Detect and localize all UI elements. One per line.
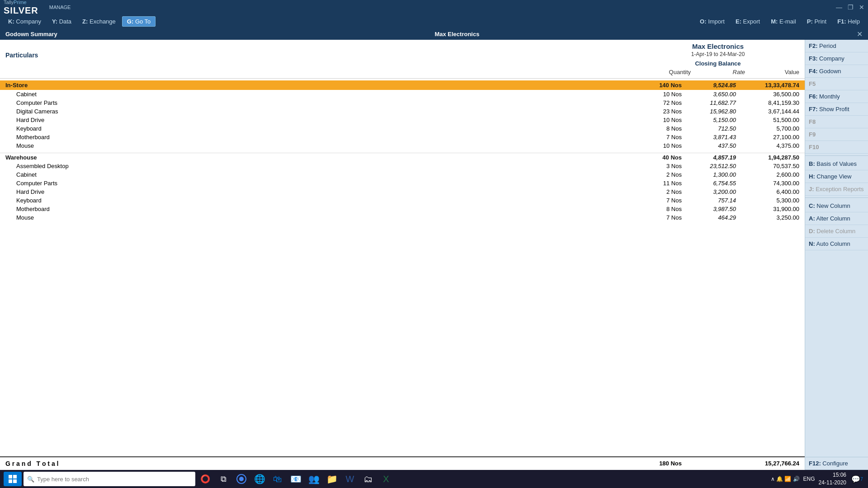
menu-goto[interactable]: G: Go To bbox=[122, 16, 156, 27]
taskbar-edge[interactable]: 🌐 bbox=[251, 472, 268, 486]
svg-rect-1 bbox=[13, 475, 17, 479]
chrome-icon bbox=[236, 474, 246, 484]
taskbar-chrome[interactable] bbox=[233, 472, 250, 486]
search-input[interactable] bbox=[37, 476, 192, 483]
item-name: Keyboard bbox=[5, 197, 627, 204]
btn-f2-period[interactable]: F2: Period bbox=[805, 40, 868, 52]
btn-c-newcolumn[interactable]: C: New Column bbox=[805, 200, 868, 212]
col-headers: Quantity Rate Value bbox=[637, 69, 799, 75]
item-rate: 23,512.50 bbox=[682, 163, 736, 169]
item-row[interactable]: Motherboard 8 Nos 3,987.50 31,900.00 bbox=[0, 205, 805, 213]
taskbar-explorer[interactable]: 📁 bbox=[324, 472, 340, 486]
btn-a-altercolumn[interactable]: A: Alter Column bbox=[805, 212, 868, 225]
taskbar: 🔍 ⭕ ⧉ 🌐 🛍 📧 👥 📁 W 🗂 X ∧ 🔔 📶 🔊 ENG 15:06 … bbox=[0, 470, 868, 488]
btn-b-basisofvalues[interactable]: B: Basis of Values bbox=[805, 158, 868, 170]
menu-import[interactable]: O: Import bbox=[695, 17, 729, 26]
item-rate: 712.50 bbox=[682, 125, 736, 132]
taskbar-lang: ENG bbox=[803, 476, 815, 482]
menu-exchange[interactable]: Z: Exchange bbox=[78, 17, 120, 26]
group-row-instore[interactable]: In-Store 140 Nos 9,524.85 13,33,478.74 bbox=[0, 80, 805, 90]
maximize-button[interactable]: ❐ bbox=[848, 4, 854, 11]
item-row[interactable]: Motherboard 7 Nos 3,871.43 27,100.00 bbox=[0, 133, 805, 141]
taskbar-excel[interactable]: X bbox=[378, 472, 394, 486]
grand-total-value: 15,27,766.24 bbox=[736, 460, 799, 467]
item-row[interactable]: Computer Parts 11 Nos 6,754.55 74,300.00 bbox=[0, 179, 805, 188]
start-button[interactable] bbox=[4, 472, 22, 486]
instore-rate: 9,524.85 bbox=[682, 82, 736, 89]
item-row[interactable]: Computer Parts 72 Nos 11,682.77 8,41,159… bbox=[0, 99, 805, 107]
item-value: 70,537.50 bbox=[736, 163, 799, 169]
item-rate: 3,650.00 bbox=[682, 91, 736, 98]
taskbar-notification-button[interactable]: 💬7 bbox=[850, 472, 864, 486]
item-name: Cabinet bbox=[5, 91, 627, 98]
close-button[interactable]: ✕ bbox=[859, 4, 864, 11]
item-row[interactable]: Keyboard 7 Nos 757.14 5,300.00 bbox=[0, 196, 805, 205]
taskbar-system-icons: ∧ 🔔 📶 🔊 bbox=[771, 476, 800, 482]
item-qty: 10 Nos bbox=[627, 142, 682, 149]
item-rate: 1,300.00 bbox=[682, 171, 736, 178]
item-row[interactable]: Cabinet 10 Nos 3,650.00 36,500.00 bbox=[0, 90, 805, 99]
doc-header: Godown Summary Max Electronics ✕ bbox=[0, 28, 868, 40]
item-row[interactable]: Hard Drive 10 Nos 5,150.00 51,500.00 bbox=[0, 116, 805, 124]
btn-n-autocolumn[interactable]: N: Auto Column bbox=[805, 238, 868, 250]
item-row[interactable]: Hard Drive 2 Nos 3,200.00 6,400.00 bbox=[0, 188, 805, 196]
taskbar-filemanager[interactable]: 🗂 bbox=[360, 472, 376, 486]
btn-h-changeview[interactable]: H: Change View bbox=[805, 170, 868, 183]
notification-count: 7 bbox=[860, 477, 863, 482]
item-qty: 8 Nos bbox=[627, 125, 682, 132]
item-name: Hard Drive bbox=[5, 188, 627, 195]
item-qty: 2 Nos bbox=[627, 171, 682, 178]
instore-name: In-Store bbox=[5, 82, 627, 89]
btn-f7-showprofit[interactable]: F7: Show Profit bbox=[805, 103, 868, 116]
taskbar-teams[interactable]: 👥 bbox=[306, 472, 322, 486]
menu-export[interactable]: E: Export bbox=[731, 17, 764, 26]
btn-j-exception: J: Exception Reports bbox=[805, 183, 868, 196]
group-row-warehouse[interactable]: Warehouse 40 Nos 4,857.19 1,94,287.50 bbox=[0, 153, 805, 162]
btn-f4-godown[interactable]: F4: Godown bbox=[805, 65, 868, 78]
grand-total-rate bbox=[682, 460, 736, 467]
item-row[interactable]: Assembled Desktop 3 Nos 23,512.50 70,537… bbox=[0, 162, 805, 170]
tally-label: Tally bbox=[4, 0, 14, 5]
report-header: Particulars Max Electronics 1-Apr-19 to … bbox=[0, 40, 805, 79]
taskbar-right: ∧ 🔔 📶 🔊 ENG 15:06 24-11-2020 💬7 bbox=[771, 471, 864, 487]
taskbar-time-value: 15:06 bbox=[819, 471, 846, 479]
menu-print[interactable]: P: Print bbox=[802, 17, 831, 26]
item-row[interactable]: Cabinet 2 Nos 1,300.00 2,600.00 bbox=[0, 170, 805, 179]
menu-email[interactable]: M: E-mail bbox=[766, 17, 801, 26]
doc-close-button[interactable]: ✕ bbox=[857, 30, 863, 38]
item-qty: 8 Nos bbox=[627, 206, 682, 212]
minimize-button[interactable]: — bbox=[836, 4, 842, 11]
btn-f5: F5 bbox=[805, 78, 868, 90]
svg-rect-2 bbox=[9, 479, 12, 483]
item-row[interactable]: Keyboard 8 Nos 712.50 5,700.00 bbox=[0, 124, 805, 133]
item-value: 2,600.00 bbox=[736, 171, 799, 178]
item-name: Assembled Desktop bbox=[5, 163, 627, 169]
svg-rect-0 bbox=[9, 475, 12, 479]
report-company-name: Max Electronics bbox=[637, 42, 799, 50]
item-qty: 10 Nos bbox=[627, 91, 682, 98]
taskbar-word[interactable]: W bbox=[342, 472, 358, 486]
menu-help[interactable]: F1: Help bbox=[833, 17, 864, 26]
item-qty: 72 Nos bbox=[627, 99, 682, 106]
item-row[interactable]: Mouse 10 Nos 437.50 4,375.00 bbox=[0, 141, 805, 150]
menu-data[interactable]: Y: Data bbox=[47, 17, 76, 26]
menu-company[interactable]: K: Company bbox=[4, 17, 46, 26]
btn-f12-configure[interactable]: F12: Configure bbox=[805, 457, 868, 470]
item-rate: 15,962.80 bbox=[682, 108, 736, 115]
item-row[interactable]: Mouse 7 Nos 464.29 3,250.00 bbox=[0, 213, 805, 222]
taskbar-store[interactable]: 🛍 bbox=[269, 472, 286, 486]
taskbar-outlook[interactable]: 📧 bbox=[288, 472, 304, 486]
taskbar-cortana[interactable]: ⭕ bbox=[197, 472, 213, 486]
item-row[interactable]: Digital Cameras 23 Nos 15,962.80 3,67,14… bbox=[0, 107, 805, 116]
item-rate: 3,871.43 bbox=[682, 134, 736, 141]
taskbar-taskview[interactable]: ⧉ bbox=[215, 472, 231, 486]
btn-f6-monthly[interactable]: F6: Monthly bbox=[805, 90, 868, 103]
search-bar[interactable]: 🔍 bbox=[24, 472, 195, 486]
item-name: Cabinet bbox=[5, 171, 627, 178]
item-value: 5,700.00 bbox=[736, 125, 799, 132]
instore-value: 13,33,478.74 bbox=[736, 82, 799, 89]
btn-f3-company[interactable]: F3: Company bbox=[805, 52, 868, 65]
item-qty: 11 Nos bbox=[627, 180, 682, 187]
item-value: 4,375.00 bbox=[736, 142, 799, 149]
btn-f8: F8 bbox=[805, 116, 868, 128]
